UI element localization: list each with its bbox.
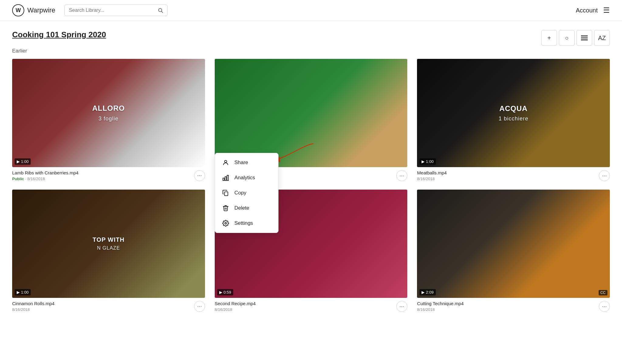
video-meta-cutting: Cutting Technique.mp4 8/16/2018 [417,301,599,312]
search-input[interactable] [69,8,155,13]
add-button[interactable]: + [541,30,557,46]
duration-cutting: ▶ 2:09 [419,289,436,295]
video-grid: ALLORO3 foglie ▶ 1:00 Lamb Ribs with Cra… [12,59,610,312]
video-card-ginger: ▶ 1:00 Gingerbread.mp4 8/16/2018 ⋯ [215,59,408,181]
menu-item-analytics[interactable]: Analytics [215,170,278,185]
logo-icon: W [12,4,24,16]
duration-rolls: ▶ 1:00 [15,289,31,295]
menu-icon[interactable]: ☰ [603,6,610,15]
menu-item-settings[interactable]: Settings [215,216,278,231]
video-date-rolls: 8/16/2018 [12,307,194,312]
video-date-lamb: Public · 8/16/2018 [12,177,194,181]
video-title-meatballs: Meatballs.mp4 [417,170,599,175]
svg-rect-8 [227,175,228,180]
video-info-cutting: Cutting Technique.mp4 8/16/2018 ⋯ [417,301,610,312]
video-card-rolls: TOP WITHN GLAZE ▶ 1:00 Cinnamon Rolls.mp… [12,190,205,312]
menu-item-copy[interactable]: Copy [215,185,278,201]
video-info-meatballs: Meatballs.mp4 8/16/2018 ⋯ [417,170,610,181]
logo-name: Warpwire [27,6,55,14]
menu-label-settings: Settings [234,220,253,226]
header: W Warpwire Account ☰ [0,0,622,21]
list-icon [581,35,588,40]
main-content: Cooking 101 Spring 2020 + ○ AZ Earlier A… [0,21,622,321]
page-title: Cooking 101 Spring 2020 [12,30,610,39]
video-date-meatballs: 8/16/2018 [417,177,599,181]
section-label: Earlier [12,48,610,54]
sort-az-button[interactable]: AZ [594,30,610,46]
svg-point-5 [224,160,227,163]
video-title-cutting: Cutting Technique.mp4 [417,301,599,306]
video-date-second: 8/16/2018 [215,307,397,312]
thumb-text-lamb: ALLORO3 foglie [92,103,125,122]
video-meta-rolls: Cinnamon Rolls.mp4 8/16/2018 [12,301,194,312]
more-btn-ginger[interactable]: ⋯ [396,170,407,181]
search-icon [158,7,163,13]
video-card-lamb: ALLORO3 foglie ▶ 1:00 Lamb Ribs with Cra… [12,59,205,181]
thumb-text-meatballs: ACQUA1 bicchiere [499,103,528,122]
public-badge-lamb: Public [12,177,24,181]
list-view-button[interactable] [576,30,592,46]
svg-rect-4 [581,39,588,40]
video-title-second: Second Recipe.mp4 [215,301,397,306]
search-bar[interactable] [64,5,168,16]
video-info-rolls: Cinnamon Rolls.mp4 8/16/2018 ⋯ [12,301,205,312]
toolbar: + ○ AZ [541,30,610,46]
more-btn-second[interactable]: ⋯ [396,301,407,312]
video-info-second: Second Recipe.mp4 8/16/2018 ⋯ [215,301,408,312]
account-label[interactable]: Account [576,7,598,14]
video-card-cutting: ▶ 2:09 CC Cutting Technique.mp4 8/16/201… [417,190,610,312]
svg-rect-6 [223,178,224,180]
video-meta-second: Second Recipe.mp4 8/16/2018 [215,301,397,312]
svg-rect-9 [224,192,228,196]
bar-chart-icon [222,174,230,181]
circle-button[interactable]: ○ [559,30,575,46]
thumb-text-rolls: TOP WITHN GLAZE [93,236,125,251]
svg-rect-7 [225,177,226,180]
cc-badge-cutting: CC [599,290,607,295]
video-date-cutting: 8/16/2018 [417,307,599,312]
menu-item-share[interactable]: Share [215,155,278,170]
menu-label-delete: Delete [234,205,249,211]
trash-icon [222,205,230,211]
video-meta-meatballs: Meatballs.mp4 8/16/2018 [417,170,599,181]
gear-icon [222,220,230,227]
svg-line-1 [161,11,162,12]
person-icon [222,159,230,166]
duration-lamb: ▶ 1:00 [15,158,31,165]
context-menu: Share Analytics [215,153,279,233]
video-title-rolls: Cinnamon Rolls.mp4 [12,301,194,306]
more-btn-lamb[interactable]: ⋯ [194,170,205,181]
thumbnail-lamb[interactable]: ALLORO3 foglie ▶ 1:00 [12,59,205,167]
header-right: Account ☰ [576,6,610,15]
more-btn-meatballs[interactable]: ⋯ [599,170,610,181]
svg-rect-2 [581,35,588,36]
thumbnail-meatballs[interactable]: ACQUA1 bicchiere ▶ 1:00 [417,59,610,167]
video-title-lamb: Lamb Ribs with Cranberries.mp4 [12,170,194,175]
copy-icon [222,190,230,196]
thumbnail-cutting[interactable]: ▶ 2:09 CC [417,190,610,298]
menu-label-analytics: Analytics [234,175,255,181]
menu-label-share: Share [234,160,248,166]
video-meta-lamb: Lamb Ribs with Cranberries.mp4 Public · … [12,170,194,181]
thumbnail-ginger[interactable]: ▶ 1:00 [215,59,408,167]
more-btn-cutting[interactable]: ⋯ [599,301,610,312]
video-card-meatballs: ACQUA1 bicchiere ▶ 1:00 Meatballs.mp4 8/… [417,59,610,181]
svg-rect-3 [581,38,588,39]
menu-label-copy: Copy [234,190,247,196]
menu-item-delete[interactable]: Delete [215,201,278,216]
logo-area: W Warpwire [12,4,55,16]
duration-meatballs: ▶ 1:00 [419,158,436,165]
more-btn-rolls[interactable]: ⋯ [194,301,205,312]
svg-point-10 [225,222,227,224]
thumbnail-rolls[interactable]: TOP WITHN GLAZE ▶ 1:00 [12,190,205,298]
video-info-lamb: Lamb Ribs with Cranberries.mp4 Public · … [12,170,205,181]
duration-second: ▶ 0:59 [217,289,233,295]
